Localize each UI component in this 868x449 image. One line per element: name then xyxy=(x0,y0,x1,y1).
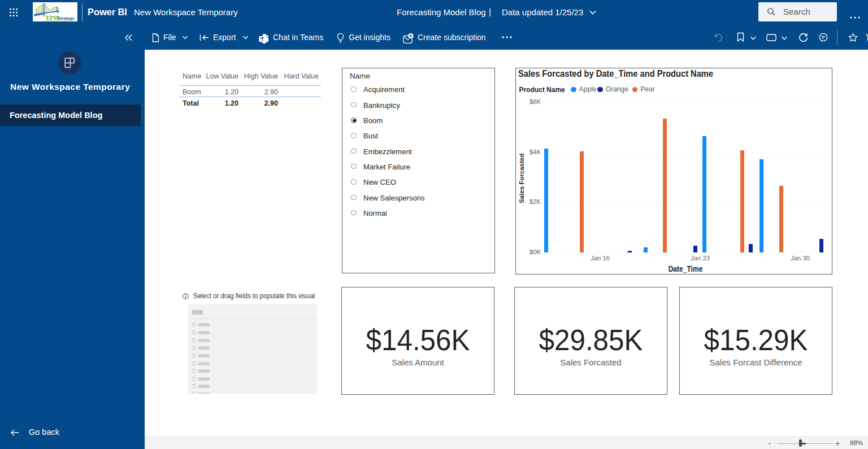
svg-text:Strategy: Strategy xyxy=(58,15,75,21)
